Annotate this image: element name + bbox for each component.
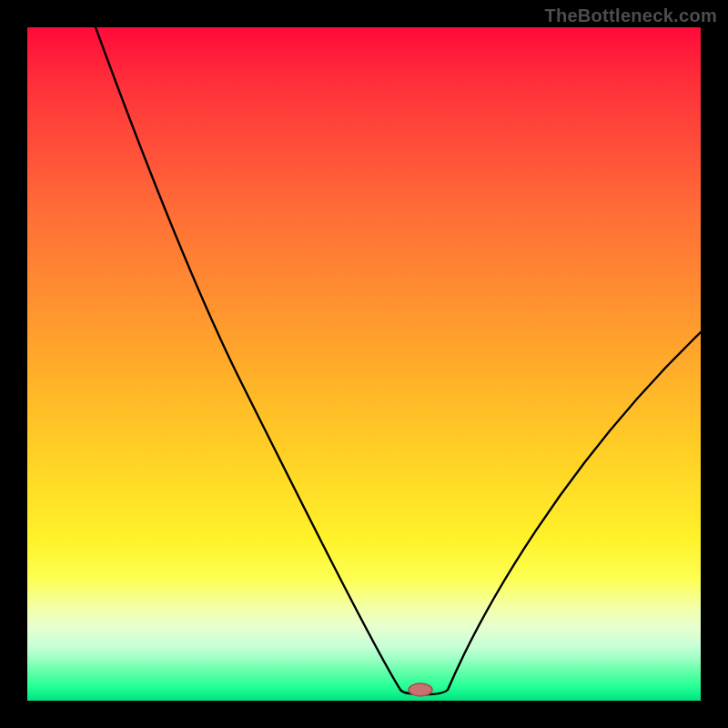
bottleneck-curve [96, 27, 701, 694]
chart-svg [27, 27, 701, 701]
chart-frame: TheBottleneck.com [0, 0, 728, 728]
watermark-text: TheBottleneck.com [544, 5, 717, 26]
plot-area [27, 27, 701, 701]
min-point-marker [409, 683, 432, 696]
